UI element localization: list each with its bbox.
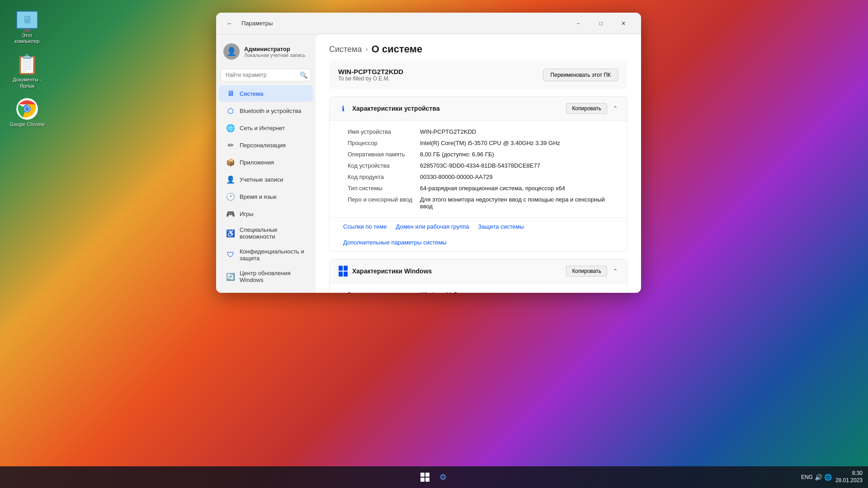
user-role: Локальная учетная запись xyxy=(244,52,306,58)
sidebar-item-gaming[interactable]: 🎮 Игры xyxy=(219,206,313,222)
clock-date: 28.01.2023 xyxy=(835,477,863,484)
device-section-header[interactable]: ℹ Характеристики устройства Копировать ⌃ xyxy=(330,97,627,121)
sidebar-item-windows-update[interactable]: 🔄 Центр обновления Windows xyxy=(219,266,313,287)
windows-section-header-left: Характеристики Windows xyxy=(339,267,432,276)
start-button[interactable] xyxy=(417,469,433,485)
gaming-label: Игры xyxy=(240,211,254,217)
minimize-button[interactable]: − xyxy=(568,16,589,31)
sidebar-item-apps[interactable]: 📦 Приложения xyxy=(219,154,313,170)
pc-name-info: WIN-PCPTG2T2KDD To be filled by O.E.M. xyxy=(338,68,403,82)
system-label: Система xyxy=(240,90,263,97)
windows-section-title: Характеристики Windows xyxy=(352,267,432,275)
table-row: Код устройства 6285703C-9DD0-4334-81DB-5… xyxy=(348,160,618,171)
accessibility-icon: ♿ xyxy=(226,229,235,238)
accounts-label: Учетные записи xyxy=(240,176,283,183)
chrome-icon xyxy=(16,98,38,120)
info-value: Intel(R) Core(TM) i5-3570 CPU @ 3.40GHz … xyxy=(420,140,560,146)
sidebar-item-personalization[interactable]: ✏ Персонализация xyxy=(219,137,313,153)
info-value: 00330-80000-00000-AA729 xyxy=(420,174,492,180)
desktop-icon-chrome[interactable]: Google Chrome xyxy=(9,98,45,127)
network-label: Сеть и Интернет xyxy=(240,125,285,131)
window-title: Параметры xyxy=(241,20,273,27)
info-value: Windows 11 Pro xyxy=(420,291,463,293)
windows-copy-button[interactable]: Копировать xyxy=(566,266,607,277)
device-section-body: Имя устройства WIN-PCPTG2T2KDD Процессор… xyxy=(330,121,627,217)
pc-oem: To be filled by O.E.M. xyxy=(338,75,403,82)
search-input[interactable] xyxy=(221,69,311,81)
user-avatar: 👤 xyxy=(223,43,240,60)
info-label: Перо и сенсорный ввод xyxy=(348,196,420,210)
system-icon: 🖥 xyxy=(226,89,235,98)
language-indicator: ENG xyxy=(801,474,813,480)
sidebar-item-accounts[interactable]: 👤 Учетные записи xyxy=(219,171,313,188)
desktop-icons: 🖥 Этот компьютер 📋 Документы - Ярлык xyxy=(9,9,45,127)
info-label: Выпуск xyxy=(348,291,420,293)
link-domain[interactable]: Домен или рабочая группа xyxy=(396,223,469,230)
link-advanced[interactable]: Дополнительные параметры системы xyxy=(343,239,447,246)
device-copy-button[interactable]: Копировать xyxy=(566,103,607,114)
desktop: 🖥 Этот компьютер 📋 Документы - Ярлык xyxy=(0,0,868,488)
table-row: Имя устройства WIN-PCPTG2T2KDD xyxy=(348,126,618,137)
sidebar-item-network[interactable]: 🌐 Сеть и Интернет xyxy=(219,120,313,136)
network-icon: 🌐 xyxy=(226,123,235,132)
bluetooth-icon: ⬡ xyxy=(226,106,235,115)
network-tray-icon: 🌐 xyxy=(824,474,832,481)
breadcrumb-parent: Система xyxy=(329,45,362,54)
link-related[interactable]: Ссылки по теме xyxy=(343,223,387,230)
rename-pc-button[interactable]: Переименовать этот ПК xyxy=(543,69,618,81)
settings-window: ← Параметры − □ ✕ 👤 Администратор Локаль… xyxy=(216,13,641,293)
info-value: 8,00 ГБ (доступно: 6,96 ГБ) xyxy=(420,151,494,158)
desktop-icon-this-pc[interactable]: 🖥 Этот компьютер xyxy=(9,9,45,44)
table-row: Перо и сенсорный ввод Для этого монитора… xyxy=(348,194,618,212)
info-label: Имя устройства xyxy=(348,128,420,135)
back-button[interactable]: ← xyxy=(223,17,236,30)
title-bar: ← Параметры − □ ✕ xyxy=(216,13,641,34)
this-pc-label: Этот компьютер xyxy=(9,33,45,44)
breadcrumb-separator: › xyxy=(366,45,368,53)
info-label: Код продукта xyxy=(348,174,420,180)
sidebar-item-bluetooth[interactable]: ⬡ Bluetooth и устройства xyxy=(219,103,313,119)
clock-time: 8:30 xyxy=(835,470,863,477)
info-value: Для этого монитора недоступен ввод с пом… xyxy=(420,196,618,210)
windows-section-header-right: Копировать ⌃ xyxy=(566,266,618,277)
windows-section: Характеристики Windows Копировать ⌃ Выпу… xyxy=(329,259,627,293)
svg-point-4 xyxy=(25,107,29,111)
personalization-label: Персонализация xyxy=(240,142,286,149)
gaming-icon: 🎮 xyxy=(226,209,235,218)
main-content: Система › О системе WIN-PCPTG2T2KDD To b… xyxy=(316,34,641,293)
sidebar-item-privacy[interactable]: 🛡 Конфиденциальность и защита xyxy=(219,244,313,265)
settings-body: 👤 Администратор Локальная учетная запись… xyxy=(216,34,641,293)
bluetooth-label: Bluetooth и устройства xyxy=(240,108,301,114)
time-display: 8:30 28.01.2023 xyxy=(835,470,863,484)
sidebar-item-system[interactable]: 🖥 Система xyxy=(219,85,313,102)
documents-icon: 📋 xyxy=(16,53,38,75)
search-box: 🔍 xyxy=(221,69,311,81)
sidebar-item-accessibility[interactable]: ♿ Специальные возможности xyxy=(219,223,313,244)
chevron-up-icon: ⌃ xyxy=(613,105,618,112)
close-button[interactable]: ✕ xyxy=(613,16,634,31)
maximize-button[interactable]: □ xyxy=(590,16,611,31)
volume-icon: 🔊 xyxy=(815,474,822,481)
desktop-icon-documents[interactable]: 📋 Документы - Ярлык xyxy=(9,53,45,89)
taskbar-settings-button[interactable]: ⚙ xyxy=(435,469,451,485)
info-value: 64-разрядная операционная система, проце… xyxy=(420,185,565,192)
personalization-icon: ✏ xyxy=(226,141,235,150)
info-label: Тип системы xyxy=(348,185,420,192)
table-row: Процессор Intel(R) Core(TM) i5-3570 CPU … xyxy=(348,137,618,149)
apps-label: Приложения xyxy=(240,159,274,166)
sidebar-item-time[interactable]: 🕐 Время и язык xyxy=(219,188,313,205)
info-value: WIN-PCPTG2T2KDD xyxy=(420,128,476,135)
table-row: Оперативная память 8,00 ГБ (доступно: 6,… xyxy=(348,149,618,160)
chrome-label: Google Chrome xyxy=(9,122,45,127)
taskbar-center: ⚙ xyxy=(417,469,451,485)
table-row: Код продукта 00330-80000-00000-AA729 xyxy=(348,171,618,183)
link-protection[interactable]: Защита системы xyxy=(478,223,524,230)
windows-section-header[interactable]: Характеристики Windows Копировать ⌃ xyxy=(330,259,627,283)
device-section: ℹ Характеристики устройства Копировать ⌃… xyxy=(329,96,627,252)
sidebar: 👤 Администратор Локальная учетная запись… xyxy=(216,34,316,293)
windows-logo-icon xyxy=(339,267,348,276)
section-header-left: ℹ Характеристики устройства xyxy=(339,104,440,113)
documents-label: Документы - Ярлык xyxy=(9,77,45,89)
taskbar: ⚙ ENG 🔊 🌐 8:30 28.01.2023 xyxy=(0,466,868,488)
time-icon: 🕐 xyxy=(226,192,235,201)
